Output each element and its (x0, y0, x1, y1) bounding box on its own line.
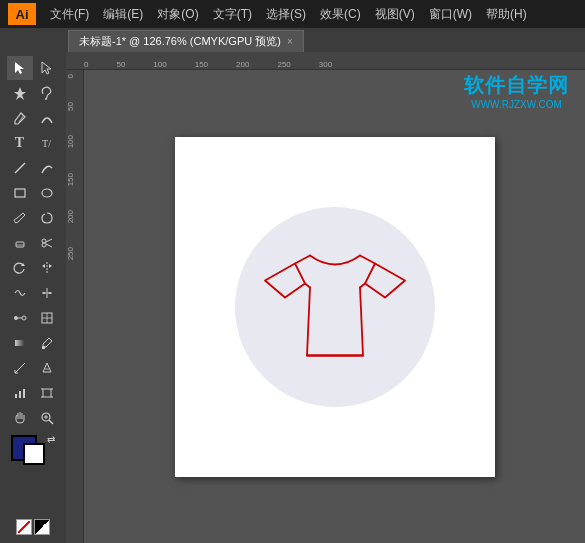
pen-tool-button[interactable] (7, 106, 33, 130)
svg-marker-17 (49, 264, 52, 268)
ruler-tick-v: 200 (66, 210, 83, 223)
warp-button[interactable] (7, 281, 33, 305)
svg-point-20 (22, 316, 26, 320)
tab-close-button[interactable]: × (287, 36, 293, 47)
svg-rect-8 (16, 242, 24, 247)
menu-effect[interactable]: 效果(C) (314, 4, 367, 25)
ruler-tick-v: 100 (66, 135, 83, 148)
reflect-tool-button[interactable] (34, 256, 60, 280)
hand-tool-button[interactable] (7, 406, 33, 430)
horizontal-ruler: 0 50 100 150 200 250 300 (66, 52, 585, 70)
gradient-tool-button[interactable] (7, 331, 33, 355)
fill-stroke-indicator[interactable]: ⇄ (11, 435, 55, 475)
title-bar: Ai 文件(F) 编辑(E) 对象(O) 文字(T) 选择(S) 效果(C) 视… (0, 0, 585, 28)
color-section: ⇄ (2, 431, 64, 539)
menu-select[interactable]: 选择(S) (260, 4, 312, 25)
toolbar: T T/ (0, 52, 66, 543)
watermark-url: WWW.RJZXW.COM (464, 99, 569, 110)
ruler-tick: 50 (116, 60, 125, 69)
measure-button[interactable] (7, 356, 33, 380)
svg-line-27 (15, 363, 25, 373)
svg-rect-31 (15, 394, 17, 398)
svg-rect-6 (15, 189, 25, 197)
tool-row-measure (2, 356, 64, 380)
watermark: 软件自学网 WWW.RJZXW.COM (464, 72, 569, 110)
canvas-area: 软件自学网 WWW.RJZXW.COM 0 50 100 150 200 250… (66, 52, 585, 543)
curvature-tool-button[interactable] (34, 106, 60, 130)
eraser-button[interactable] (7, 231, 33, 255)
stroke-color-box[interactable] (23, 443, 45, 465)
menu-view[interactable]: 视图(V) (369, 4, 421, 25)
ruler-tick: 100 (153, 60, 166, 69)
menu-bar: 文件(F) 编辑(E) 对象(O) 文字(T) 选择(S) 效果(C) 视图(V… (44, 4, 577, 25)
menu-window[interactable]: 窗口(W) (423, 4, 478, 25)
tool-row-blend (2, 306, 64, 330)
color-controls (6, 519, 60, 535)
menu-edit[interactable]: 编辑(E) (97, 4, 149, 25)
magic-wand-button[interactable] (7, 81, 33, 105)
select-tool-button[interactable] (7, 56, 33, 80)
touch-type-button[interactable]: T/ (34, 131, 60, 155)
rotate-tool-button[interactable] (7, 256, 33, 280)
tshirt-svg (255, 225, 415, 385)
ruler-tick: 300 (319, 60, 332, 69)
tool-row-rotate (2, 256, 64, 280)
paintbrush-button[interactable] (7, 206, 33, 230)
default-colors-button[interactable] (34, 519, 50, 535)
tab-bar: 未标题-1* @ 126.76% (CMYK/GPU 预览) × (0, 28, 585, 52)
swap-colors-icon[interactable]: ⇄ (43, 431, 59, 447)
ai-logo-icon: Ai (8, 3, 36, 25)
chart-button[interactable] (7, 381, 33, 405)
tshirt-graphic (255, 225, 415, 388)
ellipse-button[interactable] (34, 181, 60, 205)
zoom-tool-button[interactable] (34, 406, 60, 430)
active-tab[interactable]: 未标题-1* @ 126.76% (CMYK/GPU 预览) × (68, 30, 304, 52)
ruler-tick: 250 (277, 60, 290, 69)
scissors-button[interactable] (34, 231, 60, 255)
svg-marker-0 (15, 62, 24, 74)
vertical-ruler: 0 50 100 150 200 250 (66, 70, 84, 543)
artboard-button[interactable] (34, 381, 60, 405)
ruler-tick-v: 150 (66, 173, 83, 186)
svg-line-5 (15, 163, 25, 173)
tool-row-line (2, 156, 64, 180)
svg-rect-32 (19, 391, 21, 398)
canvas-scroll-area[interactable] (84, 70, 585, 543)
line-segment-button[interactable] (7, 156, 33, 180)
none-color-button[interactable] (16, 519, 32, 535)
menu-text[interactable]: 文字(T) (207, 4, 258, 25)
svg-rect-34 (43, 389, 51, 397)
blend-tool-button[interactable] (7, 306, 33, 330)
svg-point-19 (14, 316, 18, 320)
tool-row-2 (2, 81, 64, 105)
svg-line-13 (46, 244, 52, 247)
lasso-tool-button[interactable] (34, 81, 60, 105)
tool-row-brush (2, 206, 64, 230)
mesh-tool-button[interactable] (34, 306, 60, 330)
tool-row-erase (2, 231, 64, 255)
ruler-tick: 150 (195, 60, 208, 69)
tool-row-chart (2, 381, 64, 405)
artboard[interactable] (175, 137, 495, 477)
workspace: 0 50 100 150 200 250 (66, 70, 585, 543)
live-paint-button[interactable] (34, 356, 60, 380)
svg-marker-1 (42, 62, 51, 74)
tool-row-type: T T/ (2, 131, 64, 155)
tool-row-warp (2, 281, 64, 305)
eyedropper-button[interactable] (34, 331, 60, 355)
menu-object[interactable]: 对象(O) (151, 4, 204, 25)
direct-select-button[interactable] (34, 56, 60, 80)
rectangle-button[interactable] (7, 181, 33, 205)
menu-help[interactable]: 帮助(H) (480, 4, 533, 25)
width-tool-button[interactable] (34, 281, 60, 305)
ruler-tick: 0 (84, 60, 88, 69)
arc-button[interactable] (34, 156, 60, 180)
blob-brush-button[interactable] (34, 206, 60, 230)
menu-file[interactable]: 文件(F) (44, 4, 95, 25)
tab-label: 未标题-1* @ 126.76% (CMYK/GPU 预览) (79, 34, 281, 49)
type-tool-button[interactable]: T (7, 131, 33, 155)
svg-point-7 (42, 189, 52, 197)
ruler-tick-v: 50 (66, 102, 83, 111)
ruler-tick: 200 (236, 60, 249, 69)
svg-point-3 (45, 98, 47, 100)
